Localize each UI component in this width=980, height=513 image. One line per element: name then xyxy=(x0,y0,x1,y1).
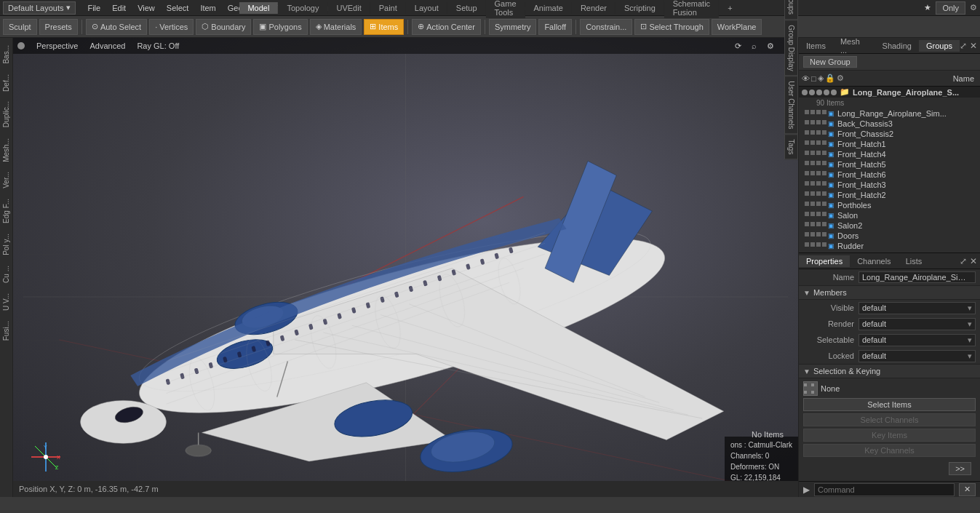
symmetry-button[interactable]: Symmetry xyxy=(489,19,537,35)
tab-paint[interactable]: Paint xyxy=(370,2,406,14)
viewport-zoom-icon[interactable]: ⌕ xyxy=(749,41,760,52)
render-select[interactable]: default ▾ xyxy=(859,318,976,330)
visible-select[interactable]: default ▾ xyxy=(859,302,976,314)
sidebar-tab-vertex[interactable]: Ver... xyxy=(1,167,12,193)
sel-keying-toggle[interactable]: ▼ xyxy=(803,367,810,375)
rt-tab-user-channels[interactable]: User Channels xyxy=(784,76,798,134)
action-center-button[interactable]: ⊕ Action Center xyxy=(412,19,481,35)
command-input[interactable] xyxy=(814,483,955,496)
layout-dropdown[interactable]: Default Layouts ▾ xyxy=(3,1,76,15)
rt-tab-group-display[interactable]: Group Display xyxy=(784,20,798,76)
list-item[interactable]: ▣ Front_Hatch6 xyxy=(799,170,980,180)
key-channels-button[interactable]: Key Channels xyxy=(803,444,976,457)
list-item[interactable]: ▣ Portholes xyxy=(799,200,980,210)
sidebar-tab-uv[interactable]: U V... xyxy=(1,289,12,315)
locked-select[interactable]: default ▾ xyxy=(859,350,976,362)
boundary-button[interactable]: ⬡ Boundary xyxy=(196,19,251,35)
tab-uvedit[interactable]: UVEdit xyxy=(327,2,370,14)
tab-topology[interactable]: Topology xyxy=(278,2,327,14)
menu-select[interactable]: Select xyxy=(161,2,195,14)
sidebar-tab-duplicate[interactable]: Duplic... xyxy=(1,97,12,132)
list-item[interactable]: ▣ Front_Hatch1 xyxy=(799,139,980,149)
viewport-rotate-icon[interactable]: ⟳ xyxy=(732,41,744,52)
sidebar-tab-fusion[interactable]: Fusi... xyxy=(1,317,12,345)
tab-model[interactable]: Model xyxy=(239,2,278,14)
menu-view[interactable]: View xyxy=(132,2,161,14)
tab-schematic[interactable]: Schematic Fusion xyxy=(664,0,719,18)
props-close-icon[interactable]: ✕ xyxy=(970,256,977,266)
props-tab-properties[interactable]: Properties xyxy=(799,255,850,267)
group-top-item[interactable]: 📁 Long_Range_Airoplane_S... xyxy=(799,87,980,98)
members-toggle[interactable]: ▼ xyxy=(803,289,810,297)
props-tab-channels[interactable]: Channels xyxy=(850,255,898,267)
sculpt-button[interactable]: Sculpt xyxy=(3,19,37,35)
viewport-raygl-btn[interactable]: Ray GL: Off xyxy=(134,41,182,51)
auto-select-button[interactable]: ⊙ Auto Select xyxy=(86,19,147,35)
sep3 xyxy=(485,20,485,34)
tab-shading[interactable]: Shading xyxy=(875,40,919,52)
name-value[interactable]: Long_Range_Airoplane_Simple_I xyxy=(859,271,976,283)
viewport-settings-icon[interactable]: ⚙ xyxy=(764,41,777,52)
props-tab-lists[interactable]: Lists xyxy=(899,255,930,267)
tab-mesh[interactable]: Mesh ... xyxy=(833,36,875,56)
vertices-button[interactable]: · Vertices xyxy=(149,19,194,35)
viewport-advanced-btn[interactable]: Advanced xyxy=(87,41,128,51)
list-item[interactable]: ▣ Salon xyxy=(799,210,980,220)
tab-groups[interactable]: Groups xyxy=(919,40,960,52)
list-item[interactable]: ▣ Front_Hatch5 xyxy=(799,159,980,170)
polygons-button[interactable]: ▣ Polygons xyxy=(253,19,307,35)
list-item[interactable]: ▣ Front_Hatch2 xyxy=(799,190,980,200)
sidebar-tab-deform[interactable]: Def... xyxy=(1,70,12,96)
presets-button[interactable]: Presets xyxy=(39,19,78,35)
props-expand-icon[interactable]: ⤢ xyxy=(960,256,967,266)
list-item[interactable]: ▣ Front_Hatch3 xyxy=(799,180,980,190)
select-items-button[interactable]: Select Items xyxy=(803,398,976,411)
falloff-button[interactable]: Falloff xyxy=(538,19,572,35)
expand-icon[interactable]: ⤢ xyxy=(960,41,967,51)
viewport-perspective-btn[interactable]: Perspective xyxy=(33,41,81,51)
select-through-icon: ⊡ xyxy=(640,22,647,31)
constrain-button[interactable]: Constrain... xyxy=(580,19,632,35)
list-item[interactable]: ▣ Back_Chassis3 xyxy=(799,119,980,129)
list-item[interactable]: ▣ Front_Chassis2 xyxy=(799,129,980,139)
select-through-button[interactable]: ⊡ Select Through xyxy=(634,19,709,35)
menu-edit[interactable]: Edit xyxy=(106,2,132,14)
select-channels-row: Select Channels xyxy=(803,413,976,426)
only-button[interactable]: Only xyxy=(936,1,965,15)
tab-gametools[interactable]: Game Tools xyxy=(486,0,525,18)
list-item[interactable]: ▣ Rudder xyxy=(799,241,980,251)
workplane-button[interactable]: WorkPlane xyxy=(712,19,762,35)
viewport[interactable]: Perspective Advanced Ray GL: Off ⟳ ⌕ ⚙ ⤢ xyxy=(13,38,798,497)
tab-render[interactable]: Render xyxy=(572,2,616,14)
cmd-clear-button[interactable]: ✕ xyxy=(959,483,976,496)
sidebar-tab-mesh[interactable]: Mesh... xyxy=(1,134,12,167)
list-item[interactable]: ▣ Front_Hatch4 xyxy=(799,149,980,159)
tab-items[interactable]: Items xyxy=(799,40,833,52)
sidebar-tab-basic[interactable]: Bas... xyxy=(1,41,12,68)
tab-animate[interactable]: Animate xyxy=(525,2,572,14)
visible-value: default xyxy=(862,303,886,312)
list-item[interactable]: ▣ Long_Range_Airoplane_Sim... xyxy=(799,108,980,119)
menu-file[interactable]: File xyxy=(81,2,106,14)
new-group-button[interactable]: New Group xyxy=(803,56,857,68)
gear-icon[interactable]: ⚙ xyxy=(970,3,977,12)
sidebar-tab-poly[interactable]: Pol y... xyxy=(1,229,12,260)
key-items-button[interactable]: Key Items xyxy=(803,429,976,442)
selectable-select[interactable]: default ▾ xyxy=(859,334,976,346)
next-button[interactable]: >> xyxy=(949,462,971,475)
menu-item[interactable]: Item xyxy=(194,2,221,14)
list-item[interactable]: ▣ Salon2 xyxy=(799,220,980,231)
rt-tab-groups[interactable]: Groups xyxy=(784,0,798,20)
materials-button[interactable]: ◈ Materials xyxy=(310,19,362,35)
select-channels-button[interactable]: Select Channels xyxy=(803,413,976,426)
close-icon[interactable]: ✕ xyxy=(970,41,977,51)
add-tab-icon[interactable]: + xyxy=(719,2,741,14)
tab-layout[interactable]: Layout xyxy=(406,2,447,14)
items-button[interactable]: ⊞ Items xyxy=(364,19,404,35)
sidebar-tab-edge[interactable]: Edg F... xyxy=(1,194,12,228)
tab-setup[interactable]: Setup xyxy=(447,2,486,14)
rt-tab-tags[interactable]: Tags xyxy=(784,135,798,160)
list-item[interactable]: ▣ Doors xyxy=(799,231,980,241)
tab-scripting[interactable]: Scripting xyxy=(616,2,664,14)
sidebar-tab-cu[interactable]: Cu ... xyxy=(1,261,12,287)
